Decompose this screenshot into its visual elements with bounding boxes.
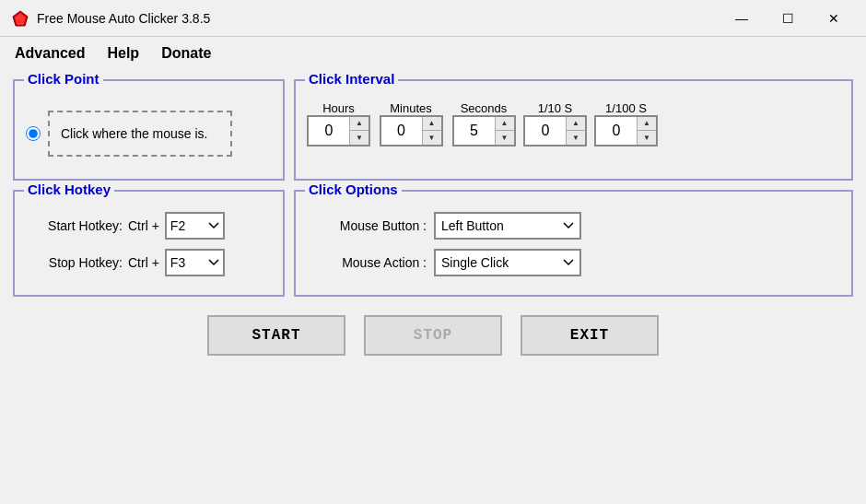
click-point-description: Click where the mouse is. — [48, 111, 232, 157]
mouse-action-select[interactable]: Single Click Double Click Click and Hold — [434, 249, 581, 276]
seconds-increment[interactable]: ▲ — [496, 117, 514, 131]
top-panels-row: Click Point Click where the mouse is. Cl… — [13, 79, 853, 181]
menu-help[interactable]: Help — [99, 41, 146, 65]
tenth-decrement[interactable]: ▼ — [567, 131, 585, 145]
start-hotkey-label: Start Hotkey: — [26, 218, 123, 233]
seconds-decrement[interactable]: ▼ — [496, 131, 514, 145]
seconds-spinner-btns: ▲ ▼ — [495, 117, 514, 145]
bottom-panels-row: Click Hotkey Start Hotkey: Ctrl + F1 F2 … — [13, 190, 853, 297]
stop-ctrl-label: Ctrl + — [128, 255, 159, 270]
minutes-decrement[interactable]: ▼ — [423, 131, 441, 145]
click-interval-panel: Click Interval Hours ▲ ▼ Mi — [294, 79, 853, 181]
click-options-panel: Click Options Mouse Button : Left Button… — [294, 190, 853, 297]
tenth-spinner: ▲ ▼ — [523, 115, 587, 147]
menu-bar: Advanced Help Donate — [0, 37, 866, 70]
click-point-radio[interactable] — [26, 126, 41, 141]
mouse-action-row: Mouse Action : Single Click Double Click… — [307, 249, 840, 276]
minutes-input[interactable] — [381, 117, 422, 145]
click-hotkey-panel: Click Hotkey Start Hotkey: Ctrl + F1 F2 … — [13, 190, 285, 297]
seconds-spinner: ▲ ▼ — [452, 115, 516, 147]
hours-spinner-btns: ▲ ▼ — [349, 117, 369, 145]
minutes-increment[interactable]: ▲ — [423, 117, 441, 131]
hundredth-decrement[interactable]: ▼ — [638, 131, 656, 145]
start-ctrl-label: Ctrl + — [128, 218, 159, 233]
click-hotkey-title: Click Hotkey — [24, 182, 114, 197]
bottom-buttons: START STOP EXIT — [0, 306, 866, 363]
tenth-col: 1/10 S ▲ ▼ — [523, 101, 587, 147]
window-controls: — ☐ ✕ — [720, 6, 855, 31]
hundredth-increment[interactable]: ▲ — [638, 117, 656, 131]
minutes-col: Minutes ▲ ▼ — [378, 101, 444, 147]
mouse-button-label: Mouse Button : — [307, 218, 427, 233]
mouse-action-label: Mouse Action : — [307, 255, 427, 270]
main-content: Click Point Click where the mouse is. Cl… — [0, 70, 866, 306]
exit-button[interactable]: EXIT — [521, 315, 659, 356]
minutes-spinner-btns: ▲ ▼ — [422, 117, 441, 145]
stop-hotkey-select[interactable]: F1 F2 F3 F4 F5 F6 F7 F8 F9 F10 F11 F12 — [165, 249, 225, 276]
start-hotkey-row: Start Hotkey: Ctrl + F1 F2 F3 F4 F5 F6 F… — [26, 212, 272, 240]
hundredth-spinner: ▲ ▼ — [594, 115, 658, 147]
click-interval-title: Click Interval — [305, 71, 398, 87]
hours-increment[interactable]: ▲ — [350, 117, 369, 131]
hours-decrement[interactable]: ▼ — [350, 131, 369, 145]
menu-advanced[interactable]: Advanced — [7, 41, 92, 65]
click-point-radio-group: Click where the mouse is. — [26, 111, 232, 157]
hours-col: Hours ▲ ▼ — [307, 101, 370, 147]
click-point-panel: Click Point Click where the mouse is. — [13, 79, 285, 181]
click-point-title: Click Point — [24, 71, 103, 87]
hours-spinner: ▲ ▼ — [307, 115, 370, 147]
stop-hotkey-label: Stop Hotkey: — [26, 255, 123, 270]
hours-input[interactable] — [309, 117, 349, 145]
hundredth-input[interactable] — [596, 117, 637, 145]
title-bar: Free Mouse Auto Clicker 3.8.5 — ☐ ✕ — [0, 0, 866, 37]
minimize-button[interactable]: — — [720, 6, 763, 31]
stop-button[interactable]: STOP — [364, 315, 502, 356]
mouse-button-row: Mouse Button : Left Button Right Button … — [307, 212, 840, 240]
seconds-input[interactable] — [454, 117, 495, 145]
close-button[interactable]: ✕ — [813, 6, 855, 31]
start-button[interactable]: START — [207, 315, 345, 356]
hundredth-col: 1/100 S ▲ ▼ — [594, 101, 658, 147]
hundredth-spinner-btns: ▲ ▼ — [637, 117, 656, 145]
mouse-button-select[interactable]: Left Button Right Button Middle Button — [434, 212, 581, 240]
stop-hotkey-row: Stop Hotkey: Ctrl + F1 F2 F3 F4 F5 F6 F7… — [26, 249, 272, 276]
minutes-spinner: ▲ ▼ — [380, 115, 443, 147]
tenth-input[interactable] — [525, 117, 566, 145]
start-hotkey-select[interactable]: F1 F2 F3 F4 F5 F6 F7 F8 F9 F10 F11 F12 — [165, 212, 225, 240]
menu-donate[interactable]: Donate — [154, 41, 218, 65]
seconds-col: Seconds ▲ ▼ — [451, 101, 516, 147]
tenth-spinner-btns: ▲ ▼ — [566, 117, 585, 145]
click-options-title: Click Options — [305, 182, 402, 197]
window-title: Free Mouse Auto Clicker 3.8.5 — [37, 11, 720, 26]
tenth-increment[interactable]: ▲ — [567, 117, 585, 131]
maximize-button[interactable]: ☐ — [767, 6, 809, 31]
app-icon — [11, 9, 29, 28]
